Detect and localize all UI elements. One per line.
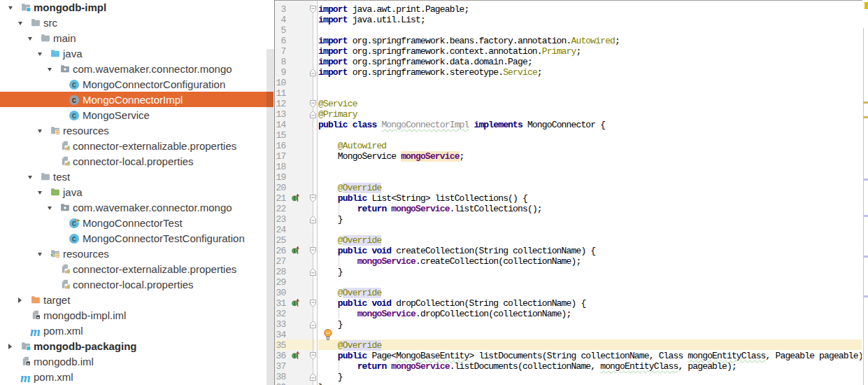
- svg-text:C: C: [72, 97, 77, 105]
- svg-text:C: C: [72, 235, 77, 244]
- svg-text:C: C: [72, 112, 77, 120]
- svg-text:C: C: [72, 81, 77, 90]
